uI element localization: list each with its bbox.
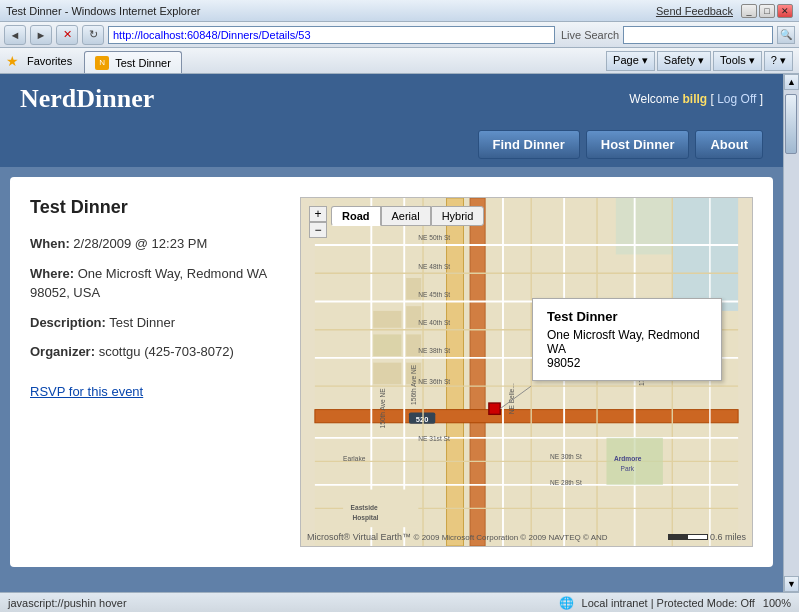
page-menu-button[interactable]: Page ▾ [606,51,655,71]
svg-rect-33 [373,363,401,385]
popup-address2: 98052 [547,356,707,370]
svg-text:NE 38th St: NE 38th St [418,347,450,354]
status-right: 🌐 Local intranet | Protected Mode: Off 1… [559,596,791,610]
map-tabs: Road Aerial Hybrid [331,206,484,226]
scroll-track[interactable] [784,90,799,576]
zoom-out-button[interactable]: − [309,222,327,238]
tools-menu-button[interactable]: Tools ▾ [713,51,762,71]
zoom-in-button[interactable]: + [309,206,327,222]
logoff-link[interactable]: Log Off [717,92,756,106]
browser-window: Test Dinner - Windows Internet Explorer … [0,0,799,612]
svg-rect-1 [672,198,738,311]
when-row: When: 2/28/2009 @ 12:23 PM [30,234,280,254]
map-branding: Microsoft® Virtual Earth™ © 2009 Microso… [307,532,608,542]
close-button[interactable]: ✕ [777,4,793,18]
window-controls: _ □ ✕ [741,4,793,18]
username: billg [683,92,708,106]
scroll-area: NerdDinner Welcome billg [ Log Off ] Fin… [0,74,783,592]
stop-button[interactable]: ✕ [56,25,78,45]
svg-text:Park: Park [621,465,635,472]
desc-value: Test Dinner [109,315,175,330]
svg-rect-2 [616,198,672,254]
popup-title: Test Dinner [547,309,707,324]
address-bar[interactable] [108,26,555,44]
help-menu-button[interactable]: ? ▾ [764,51,793,71]
svg-text:NE 40th St: NE 40th St [418,319,450,326]
svg-rect-28 [373,311,401,328]
toolbar: ★ Favorites N Test Dinner Page ▾ Safety … [0,48,799,74]
svg-text:Eastside: Eastside [351,504,378,511]
organizer-value: scottgu (425-703-8072) [99,344,234,359]
rsvp-link[interactable]: RSVP for this event [30,384,143,399]
svg-text:NE 50th St: NE 50th St [418,234,450,241]
svg-text:156th Ave NE: 156th Ave NE [410,364,417,405]
dinner-info: Test Dinner When: 2/28/2009 @ 12:23 PM W… [30,197,280,547]
header-right: Welcome billg [ Log Off ] [629,92,763,106]
site-title: NerdDinner [20,84,154,114]
search-button[interactable]: 🔍 [777,26,795,44]
status-bar: javascript://pushin hover 🌐 Local intran… [0,592,799,612]
safety-menu-button[interactable]: Safety ▾ [657,51,711,71]
about-button[interactable]: About [695,130,763,159]
where-label: Where: [30,266,74,281]
svg-rect-5 [315,410,738,423]
where-row: Where: One Microsft Way, Redmond WA 9805… [30,264,280,303]
send-feedback-link[interactable]: Send Feedback [656,5,733,17]
scale-label: 0.6 miles [710,532,746,542]
map-scale: 0.6 miles [668,532,746,542]
browser-content: NerdDinner Welcome billg [ Log Off ] Fin… [0,74,799,592]
map-container: 520 [301,198,752,546]
dinner-title: Test Dinner [30,197,280,218]
ms-label: Microsoft® [307,532,350,542]
zoom-label: 100% [763,597,791,609]
navigation-bar: ◄ ► ✕ ↻ Live Search 🔍 [0,22,799,48]
scrollbar: ▲ ▼ [783,74,799,592]
map-tab-hybrid[interactable]: Hybrid [431,206,485,226]
refresh-button[interactable]: ↻ [82,25,104,45]
svg-rect-3 [447,198,464,546]
minimize-button[interactable]: _ [741,4,757,18]
title-bar: Test Dinner - Windows Internet Explorer … [0,0,799,22]
separator2: ] [756,92,763,106]
scroll-down-button[interactable]: ▼ [784,576,799,592]
separator: [ [707,92,717,106]
map-zoom: + − [309,206,327,238]
ve-label: Virtual Earth™ [353,532,411,542]
svg-text:Ardmore: Ardmore [614,455,642,462]
restore-button[interactable]: □ [759,4,775,18]
map-area[interactable]: 520 [300,197,753,547]
svg-text:NE 48th St: NE 48th St [418,263,450,270]
scroll-thumb[interactable] [785,94,797,154]
forward-button[interactable]: ► [30,25,52,45]
host-dinner-button[interactable]: Host Dinner [586,130,690,159]
back-button[interactable]: ◄ [4,25,26,45]
organizer-row: Organizer: scottgu (425-703-8072) [30,342,280,362]
map-footer: Microsoft® Virtual Earth™ © 2009 Microso… [301,532,752,542]
map-tab-aerial[interactable]: Aerial [381,206,431,226]
svg-text:Hospital: Hospital [353,514,379,522]
zone-label: Local intranet | Protected Mode: Off [582,597,755,609]
page-wrapper: NerdDinner Welcome billg [ Log Off ] Fin… [0,74,783,592]
svg-text:NE 31st St: NE 31st St [418,435,450,442]
active-tab[interactable]: N Test Dinner [84,51,182,73]
map-tab-road[interactable]: Road [331,206,381,226]
desc-label: Description: [30,315,106,330]
intranet-icon: 🌐 [559,596,574,610]
favorites-star[interactable]: ★ [6,53,19,69]
nav-buttons: Find Dinner Host Dinner About [0,124,783,167]
find-dinner-button[interactable]: Find Dinner [478,130,580,159]
when-value: 2/28/2009 @ 12:23 PM [73,236,207,251]
tab-favicon: N [95,56,109,70]
favorites-label[interactable]: Favorites [27,55,72,67]
svg-rect-56 [489,403,500,414]
search-box[interactable] [623,26,773,44]
when-label: When: [30,236,70,251]
desc-row: Description: Test Dinner [30,313,280,333]
svg-text:150th Ave NE: 150th Ave NE [379,388,386,429]
popup-address1: One Microsft Way, Redmond WA [547,328,707,356]
svg-text:Earlake: Earlake [343,455,366,462]
svg-text:NE 28th St: NE 28th St [550,479,582,486]
browser-title: Test Dinner - Windows Internet Explorer [6,5,656,17]
scroll-up-button[interactable]: ▲ [784,74,799,90]
svg-text:NE 36th St: NE 36th St [418,378,450,385]
